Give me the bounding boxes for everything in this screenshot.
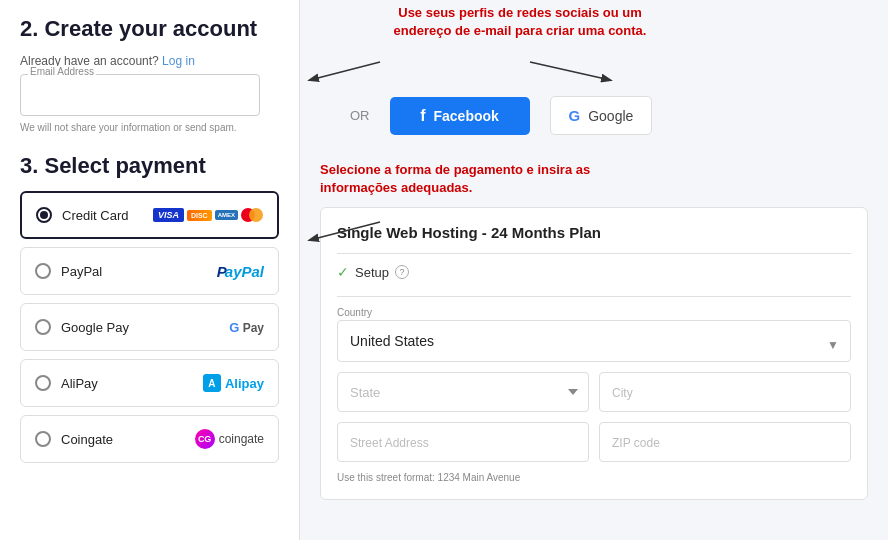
annotation-middle: Selecione a forma de pagamento e insira … <box>320 161 600 197</box>
country-field: Country United States ▼ <box>337 307 851 362</box>
city-input[interactable] <box>599 372 851 412</box>
alipay-icon: A <box>203 374 221 392</box>
right-content: Single Web Hosting - 24 Months Plan ✓ Se… <box>320 207 868 500</box>
svg-line-1 <box>310 62 380 80</box>
payment-left-alipay: AliPay <box>35 375 98 391</box>
payment-option-credit-card[interactable]: Credit Card VISA DISC AMEX <box>20 191 279 239</box>
facebook-label: Facebook <box>433 108 498 124</box>
billing-form: Country United States ▼ State <box>337 307 851 483</box>
social-login-area: OR f Facebook G Google <box>320 86 868 145</box>
setup-info-icon[interactable]: ? <box>395 265 409 279</box>
setup-row: ✓ Setup ? <box>337 264 851 280</box>
radio-alipay <box>35 375 51 391</box>
city-field <box>599 372 851 412</box>
coingate-icon: CG <box>195 429 215 449</box>
credit-card-label: Credit Card <box>62 208 128 223</box>
privacy-note: We will not share your information or se… <box>20 122 279 133</box>
gpay-label: Google Pay <box>61 320 129 335</box>
mastercard-logo <box>241 208 263 222</box>
svg-line-2 <box>530 62 610 80</box>
or-divider: OR <box>350 108 370 123</box>
payment-left-gpay: Google Pay <box>35 319 129 335</box>
plan-title: Single Web Hosting - 24 Months Plan <box>337 224 851 241</box>
google-icon: G <box>569 107 581 124</box>
alipay-text: Alipay <box>225 376 264 391</box>
facebook-icon: f <box>420 107 425 125</box>
radio-credit-card <box>36 207 52 223</box>
annotation-top-text: Use seus perfis de redes sociais ou um e… <box>394 5 647 38</box>
payment-left-credit-card: Credit Card <box>36 207 128 223</box>
paypal-logo: PayPal <box>217 263 264 280</box>
right-panel: Use seus perfis de redes sociais ou um e… <box>300 0 888 540</box>
login-link[interactable]: Log in <box>162 54 195 68</box>
payment-left-coingate: Coingate <box>35 431 113 447</box>
state-select[interactable]: State <box>337 372 589 412</box>
alipay-label: AliPay <box>61 376 98 391</box>
mc-right <box>249 208 263 222</box>
radio-paypal <box>35 263 51 279</box>
annotation-top: Use seus perfis de redes sociais ou um e… <box>380 4 660 40</box>
country-select[interactable]: United States <box>337 320 851 362</box>
coingate-logo: CG coingate <box>195 429 264 449</box>
facebook-button[interactable]: f Facebook <box>390 97 530 135</box>
email-input-group: Email Address <box>20 74 279 116</box>
setup-check-icon: ✓ <box>337 264 349 280</box>
email-label: Email Address <box>28 66 96 77</box>
divider-2 <box>337 296 851 297</box>
left-panel: 2. Create your account Already have an a… <box>0 0 300 540</box>
alipay-logo: A Alipay <box>203 374 264 392</box>
radio-gpay <box>35 319 51 335</box>
payment-section: 3. Select payment Credit Card VISA DISC … <box>20 153 279 463</box>
coingate-text: coingate <box>219 432 264 446</box>
amex-logo: AMEX <box>215 210 238 220</box>
payment-option-alipay[interactable]: AliPay A Alipay <box>20 359 279 407</box>
payment-option-google-pay[interactable]: Google Pay G Pay <box>20 303 279 351</box>
gpay-logo: G Pay <box>229 320 264 335</box>
google-button[interactable]: G Google <box>550 96 653 135</box>
paypal-label: PayPal <box>61 264 102 279</box>
street-input[interactable] <box>337 422 589 462</box>
create-account-title: 2. Create your account <box>20 16 279 42</box>
payment-left-paypal: PayPal <box>35 263 102 279</box>
street-field <box>337 422 589 462</box>
payment-title: 3. Select payment <box>20 153 279 179</box>
payment-option-paypal[interactable]: PayPal PayPal <box>20 247 279 295</box>
visa-logo: VISA <box>153 208 184 222</box>
setup-text: Setup <box>355 265 389 280</box>
annotation-middle-text: Selecione a forma de pagamento e insira … <box>320 161 600 197</box>
payment-option-coingate[interactable]: Coingate CG coingate <box>20 415 279 463</box>
google-label: Google <box>588 108 633 124</box>
credit-card-logos: VISA DISC AMEX <box>153 208 263 222</box>
coingate-label: Coingate <box>61 432 113 447</box>
radio-coingate <box>35 431 51 447</box>
street-zip-row <box>337 422 851 462</box>
state-field: State <box>337 372 589 412</box>
page-container: 2. Create your account Already have an a… <box>0 0 888 540</box>
email-input[interactable] <box>20 74 260 116</box>
state-city-row: State <box>337 372 851 412</box>
create-account-section: 2. Create your account Already have an a… <box>20 16 279 133</box>
zip-field <box>599 422 851 462</box>
country-label: Country <box>337 307 851 318</box>
zip-input[interactable] <box>599 422 851 462</box>
divider-1 <box>337 253 851 254</box>
discover-logo: DISC <box>187 210 212 221</box>
street-hint: Use this street format: 1234 Main Avenue <box>337 472 851 483</box>
